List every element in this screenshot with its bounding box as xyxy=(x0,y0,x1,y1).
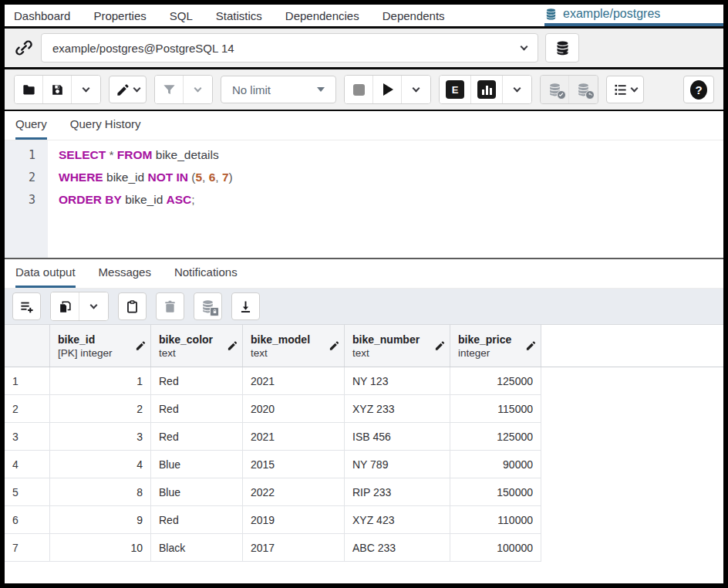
cell-bike-number[interactable]: XYZ 233 xyxy=(345,395,450,423)
column-header-bike-model[interactable]: bike_modeltext xyxy=(243,325,345,367)
save-dropdown-button[interactable] xyxy=(72,76,100,103)
tab-query-tool-active[interactable]: example/postgres xyxy=(544,5,723,26)
help-button[interactable]: ? xyxy=(683,76,714,103)
edit-column-icon[interactable] xyxy=(135,340,147,352)
cell-bike-id[interactable]: 3 xyxy=(50,423,151,451)
cell-bike-id[interactable]: 8 xyxy=(50,478,151,506)
connection-selector[interactable]: example/postgres@PostgreSQL 14 xyxy=(41,33,538,63)
cell-bike-price[interactable]: 150000 xyxy=(450,478,541,506)
cell-bike-model[interactable]: 2021 xyxy=(243,367,345,395)
cell-bike-id[interactable]: 10 xyxy=(50,534,151,562)
row-number-cell[interactable]: 4 xyxy=(5,451,50,478)
copy-button[interactable] xyxy=(51,292,79,320)
explain-button[interactable]: E xyxy=(440,76,471,103)
cell-bike-price[interactable]: 125000 xyxy=(450,367,541,395)
row-number-cell[interactable]: 2 xyxy=(5,395,50,423)
cell-bike-number[interactable]: RIP 233 xyxy=(345,478,450,506)
open-file-button[interactable] xyxy=(15,76,43,103)
tab-dependencies[interactable]: Dependencies xyxy=(285,9,359,22)
cell-bike-number[interactable]: NY 789 xyxy=(345,451,450,478)
cell-bike-id[interactable]: 9 xyxy=(50,506,151,534)
explain-options-button[interactable] xyxy=(503,76,531,103)
grid-corner-cell[interactable] xyxy=(5,325,50,367)
edit-menu-button[interactable] xyxy=(109,76,147,103)
row-number-cell[interactable]: 3 xyxy=(5,423,50,451)
macro-menu-button[interactable] xyxy=(606,76,644,103)
cell-bike-number[interactable]: ISB 456 xyxy=(345,423,450,451)
cell-bike-number[interactable]: NY 123 xyxy=(345,367,450,395)
sql-editor[interactable]: 123 SELECT * FROM bike_detailsWHERE bike… xyxy=(5,140,723,258)
filter-button[interactable] xyxy=(155,76,184,103)
cell-bike-price[interactable]: 90000 xyxy=(450,451,541,478)
column-header-bike-number[interactable]: bike_numbertext xyxy=(345,325,450,367)
cell-bike-color[interactable]: Black xyxy=(151,534,243,562)
cell-bike-price[interactable]: 125000 xyxy=(450,423,541,451)
cell-bike-price[interactable]: 110000 xyxy=(450,506,541,534)
column-header-bike-color[interactable]: bike_colortext xyxy=(151,325,243,367)
sql-line[interactable]: WHERE bike_id NOT IN (5, 6, 7) xyxy=(59,171,723,193)
cell-bike-color[interactable]: Blue xyxy=(151,478,243,506)
cell-bike-price[interactable]: 115000 xyxy=(450,395,541,423)
editor-code[interactable]: SELECT * FROM bike_detailsWHERE bike_id … xyxy=(48,140,723,258)
query-tool-window: DashboardPropertiesSQLStatisticsDependen… xyxy=(0,0,728,588)
cell-bike-color[interactable]: Red xyxy=(151,367,243,395)
rollback-button[interactable] xyxy=(569,76,598,103)
download-results-button[interactable] xyxy=(231,292,260,320)
tab-properties[interactable]: Properties xyxy=(93,9,146,22)
new-connection-button[interactable] xyxy=(545,33,579,63)
cell-bike-model[interactable]: 2021 xyxy=(243,423,345,451)
cell-bike-model[interactable]: 2020 xyxy=(243,395,345,423)
save-file-button[interactable] xyxy=(43,76,72,103)
save-data-changes-button[interactable] xyxy=(194,292,222,320)
tab-messages[interactable]: Messages xyxy=(99,265,151,288)
sql-line[interactable]: SELECT * FROM bike_details xyxy=(59,148,723,171)
cell-bike-model[interactable]: 2022 xyxy=(243,478,345,506)
cell-bike-color[interactable]: Red xyxy=(151,395,243,423)
cell-bike-id[interactable]: 2 xyxy=(50,395,151,423)
cell-bike-color[interactable]: Blue xyxy=(151,451,243,478)
edit-column-icon[interactable] xyxy=(525,340,537,352)
row-number-cell[interactable]: 5 xyxy=(5,478,50,506)
explain-analyze-button[interactable] xyxy=(471,76,503,103)
tab-query[interactable]: Query xyxy=(15,117,47,140)
tab-query-history[interactable]: Query History xyxy=(70,117,141,140)
cell-bike-model[interactable]: 2017 xyxy=(243,534,345,562)
sql-line[interactable]: ORDER BY bike_id ASC; xyxy=(59,193,723,215)
cell-bike-id[interactable]: 4 xyxy=(50,451,151,478)
row-number-cell[interactable]: 7 xyxy=(5,534,50,562)
cancel-query-button[interactable] xyxy=(345,76,373,103)
edit-column-icon[interactable] xyxy=(434,340,446,352)
column-header-bike-id[interactable]: bike_id[PK] integer xyxy=(50,325,151,367)
add-row-button[interactable] xyxy=(12,292,41,320)
tab-sql[interactable]: SQL xyxy=(170,9,193,22)
row-limit-select[interactable]: No limit xyxy=(221,76,336,103)
filter-dropdown-button[interactable] xyxy=(184,76,212,103)
tab-dashboard[interactable]: Dashboard xyxy=(14,9,70,22)
execute-query-button[interactable] xyxy=(373,76,402,103)
commit-button[interactable] xyxy=(541,76,569,103)
cell-bike-id[interactable]: 1 xyxy=(50,367,151,395)
row-number-cell[interactable]: 1 xyxy=(5,367,50,395)
filter-icon xyxy=(162,83,177,97)
cell-bike-number[interactable]: ABC 233 xyxy=(345,534,450,562)
cell-bike-price[interactable]: 100000 xyxy=(450,534,541,562)
tab-statistics[interactable]: Statistics xyxy=(216,9,262,22)
delete-row-button[interactable] xyxy=(156,292,184,320)
tab-notifications[interactable]: Notifications xyxy=(174,265,238,288)
copy-options-button[interactable] xyxy=(79,292,108,320)
cell-bike-model[interactable]: 2019 xyxy=(243,506,345,534)
tab-data-output[interactable]: Data output xyxy=(15,265,76,288)
paste-button[interactable] xyxy=(118,292,147,320)
cell-bike-color[interactable]: Red xyxy=(151,423,243,451)
row-number-cell[interactable]: 6 xyxy=(5,506,50,534)
cell-bike-color[interactable]: Red xyxy=(151,506,243,534)
tab-dependents[interactable]: Dependents xyxy=(383,9,445,22)
sql-token: 7 xyxy=(222,171,229,184)
cell-bike-number[interactable]: XYZ 423 xyxy=(345,506,450,534)
edit-column-icon[interactable] xyxy=(227,340,238,352)
column-header-bike-price[interactable]: bike_priceinteger xyxy=(450,325,541,367)
edit-column-icon[interactable] xyxy=(329,340,340,352)
execute-options-button[interactable] xyxy=(402,76,430,103)
cell-bike-model[interactable]: 2015 xyxy=(243,451,345,478)
explain-icon: E xyxy=(446,80,464,99)
